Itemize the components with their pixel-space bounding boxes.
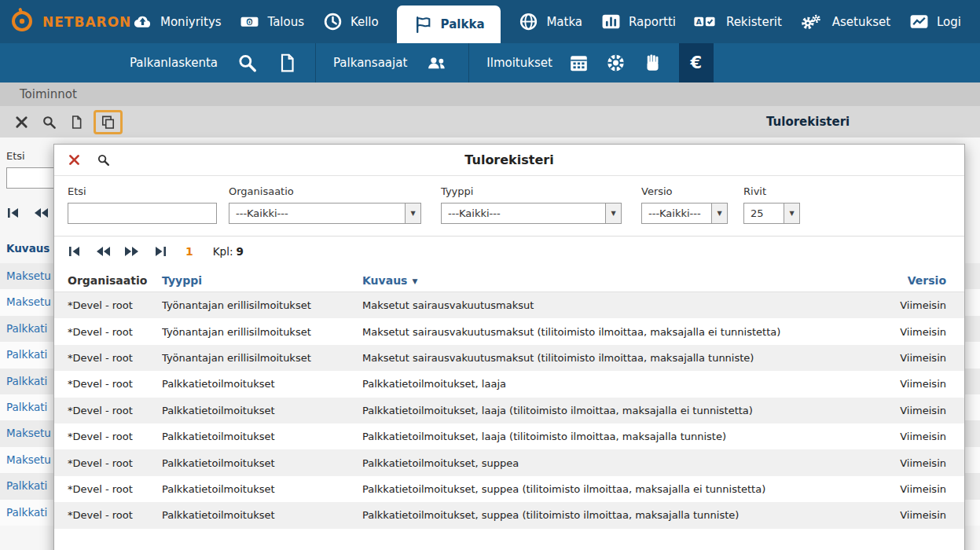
first-page-icon[interactable] (6, 207, 24, 219)
subnav-group-palkansaajat: Palkansaajat (333, 43, 451, 82)
background-column-header-kuvaus[interactable]: Kuvaus (6, 242, 50, 255)
cell-tyyppi: Palkkatietoilmoitukset (162, 378, 362, 390)
copy-icon[interactable] (101, 115, 116, 130)
table-row[interactable]: *Devel - root Palkkatietoilmoitukset Pal… (54, 476, 964, 502)
previous-page-icon[interactable] (95, 245, 112, 258)
cell-organisaatio: *Devel - root (68, 352, 162, 364)
cell-tyyppi: Palkkatietoilmoitukset (162, 509, 362, 521)
next-page-icon[interactable] (123, 245, 140, 258)
dialog-title: Tulorekisteri (54, 152, 964, 167)
table-row[interactable]: *Devel - root Palkkatietoilmoitukset Pal… (54, 424, 964, 449)
subnav-group-label[interactable]: Ilmoitukset (486, 56, 552, 70)
clock-icon (322, 12, 343, 31)
organisaatio-select-value: ---Kaikki--- (229, 204, 405, 223)
subnav-group-label[interactable]: Palkansaajat (333, 56, 407, 70)
cell-organisaatio: *Devel - root (68, 457, 162, 469)
cell-organisaatio: *Devel - root (68, 299, 162, 311)
cell-versio: Viimeisin (860, 405, 946, 416)
organisaatio-select[interactable]: ---Kaikki--- ▼ (229, 203, 421, 224)
cell-organisaatio: *Devel - root (68, 431, 162, 442)
table-row[interactable]: *Devel - root Työnantajan erillisilmoitu… (54, 345, 964, 371)
last-page-icon[interactable] (150, 245, 167, 258)
tyyppi-select[interactable]: ---Kaikki--- ▼ (441, 203, 622, 224)
log-chart-icon (908, 12, 930, 31)
top-nav-items: Moniyritys 0 Talous Kello Palkka (127, 0, 980, 43)
row-count-label: Kpl: (213, 245, 233, 258)
table-row[interactable]: *Devel - root Palkkatietoilmoitukset Pal… (54, 449, 964, 475)
versio-select[interactable]: ---Kaikki--- ▼ (641, 203, 728, 224)
search-icon[interactable] (42, 115, 57, 130)
search-icon[interactable] (97, 153, 110, 167)
column-header-versio[interactable]: Versio (860, 274, 946, 287)
topnav-item-talous[interactable]: 0 Talous (239, 0, 304, 43)
rivit-select[interactable]: 25 ▼ (743, 203, 800, 224)
organisaatio-label: Organisaatio (229, 185, 421, 197)
subnav-divider (315, 43, 316, 82)
previous-page-icon[interactable] (33, 207, 50, 219)
cell-kuvaus: Maksetut sairausvakuutusmaksut (tilitoim… (362, 352, 860, 364)
column-header-tyyppi[interactable]: Tyyppi (162, 274, 362, 287)
table-row[interactable]: *Devel - root Palkkatietoilmoitukset Pal… (54, 502, 964, 528)
multi-company-icon (132, 12, 153, 31)
search-input[interactable] (68, 203, 217, 224)
topnav-item-palkka-active[interactable]: Palkka (397, 6, 501, 43)
calendar-icon[interactable] (568, 53, 589, 73)
topnav-item-label: Rekisterit (726, 15, 782, 29)
topnav-item-asetukset[interactable]: Asetukset (800, 0, 890, 43)
table-row[interactable]: *Devel - root Palkkatietoilmoitukset Pal… (54, 398, 964, 424)
topnav-item-moniyritys[interactable]: Moniyritys (132, 0, 222, 43)
topnav-item-matka[interactable]: Matka (518, 0, 582, 43)
cell-versio: Viimeisin (860, 509, 946, 521)
topnav-item-kello[interactable]: Kello (322, 0, 379, 43)
cell-tyyppi: Palkkatietoilmoitukset (162, 483, 362, 495)
cell-tyyppi: Työnantajan erillisilmoitukset (162, 299, 362, 311)
table-row[interactable]: *Devel - root Työnantajan erillisilmoitu… (54, 292, 964, 318)
svg-text:0: 0 (248, 19, 252, 26)
subnav-group-label[interactable]: Palkanlaskenta (130, 56, 218, 70)
column-header-organisaatio: Organisaatio (68, 274, 162, 287)
helm-wheel-icon[interactable] (605, 53, 626, 73)
dialog-header: Tulorekisteri (54, 145, 964, 176)
cell-versio: Viimeisin (860, 457, 946, 469)
cell-organisaatio: *Devel - root (68, 405, 162, 416)
cell-organisaatio: *Devel - root (68, 378, 162, 390)
top-nav: NETBARON Moniyritys 0 Talous Kello (0, 0, 980, 43)
cell-kuvaus: Maksetut sairausvakuutusmaksut (tilitoim… (362, 326, 860, 338)
table-row[interactable]: *Devel - root Työnantajan erillisilmoitu… (54, 318, 964, 344)
etsi-label: Etsi (68, 185, 217, 197)
cell-kuvaus: Palkkatietoilmoitukset, suppea (tilitoim… (362, 483, 860, 495)
cell-kuvaus: Palkkatietoilmoitukset, suppea (362, 457, 860, 469)
close-icon[interactable] (68, 153, 81, 167)
new-document-icon[interactable] (69, 115, 84, 130)
cell-organisaatio: *Devel - root (68, 509, 162, 521)
employees-people-icon[interactable] (426, 53, 451, 73)
topnav-item-label: Palkka (441, 17, 485, 31)
topnav-item-rekisterit[interactable]: A Rekisterit (694, 0, 782, 43)
cell-organisaatio: *Devel - root (68, 326, 162, 338)
cell-kuvaus: Palkkatietoilmoitukset, laaja (tilitoimi… (362, 431, 860, 442)
new-document-icon[interactable] (277, 53, 298, 73)
topnav-item-label: Kello (351, 15, 379, 29)
euro-income-register-icon[interactable]: € (679, 43, 714, 82)
search-icon[interactable] (237, 53, 258, 73)
cell-tyyppi: Palkkatietoilmoitukset (162, 457, 362, 469)
payroll-flag-icon (413, 15, 434, 35)
svg-text:A: A (696, 18, 702, 26)
topnav-item-label: Moniyritys (160, 15, 222, 29)
app-window: NETBARON Moniyritys 0 Talous Kello (0, 0, 980, 550)
subnav-group-palkanlaskenta: Palkanlaskenta (130, 43, 298, 82)
rivit-select-value: 25 (744, 204, 784, 223)
topnav-item-logi[interactable]: Logi (908, 0, 961, 43)
column-header-kuvaus-label: Kuvaus (362, 274, 407, 287)
netbaron-logo[interactable]: NETBARON (0, 0, 127, 43)
topnav-item-raportti[interactable]: Raportti (600, 0, 676, 43)
hand-icon[interactable] (642, 53, 663, 73)
close-icon[interactable] (14, 115, 29, 130)
table-row[interactable]: *Devel - root Palkkatietoilmoitukset Pal… (54, 371, 964, 397)
section-bar-label: Toiminnot (20, 87, 77, 101)
chevron-down-icon: ▼ (784, 204, 799, 223)
cell-kuvaus: Maksetut sairausvakuutusmaksut (362, 299, 860, 311)
column-header-kuvaus[interactable]: Kuvaus▼ (362, 274, 860, 287)
cell-versio: Viimeisin (860, 431, 946, 442)
first-page-icon[interactable] (68, 245, 85, 258)
